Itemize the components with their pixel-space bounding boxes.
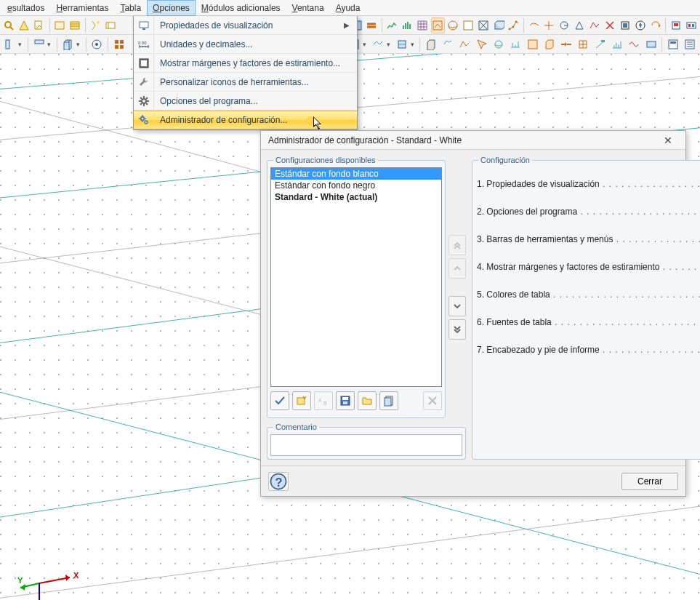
comment-input[interactable]	[270, 434, 462, 456]
toolbar-btn[interactable]	[573, 17, 587, 33]
dialog-titlebar[interactable]: Administrador de configuración - Standar…	[261, 131, 685, 150]
menu-resultados[interactable]: esultados	[1, 0, 50, 16]
toolbar-btn[interactable]	[559, 36, 574, 52]
toolbar-btn[interactable]	[31, 36, 47, 52]
delete-button[interactable]	[423, 391, 442, 410]
save-button[interactable]	[336, 391, 355, 410]
menu-item-personalizar-iconos[interactable]: Personalizar iconos de herramientas...	[134, 73, 357, 92]
close-button[interactable]: Cerrar	[621, 473, 678, 490]
toolbar-btn[interactable]	[508, 36, 523, 52]
toolbar-btn[interactable]	[665, 36, 680, 52]
move-up-button[interactable]	[448, 258, 466, 279]
toolbar-btn[interactable]	[491, 17, 505, 33]
toolbar-btn[interactable]	[588, 17, 602, 33]
toolbar-btn[interactable]	[385, 17, 399, 33]
toolbar-btn[interactable]	[88, 17, 102, 33]
toolbar-btn[interactable]	[370, 36, 385, 52]
toolbar-btn[interactable]	[627, 36, 642, 52]
rename-button[interactable]: AB	[314, 391, 333, 410]
toolbar-btn[interactable]	[507, 17, 520, 33]
toolbar-btn[interactable]	[684, 17, 698, 33]
svg-text:A: A	[318, 398, 322, 403]
toolbar-btn[interactable]	[423, 36, 438, 52]
menu-ayuda[interactable]: Ayuda	[330, 0, 366, 16]
toolbar-btn[interactable]	[68, 17, 82, 33]
dropdown-arrow-icon[interactable]: ▾	[363, 41, 370, 48]
dropdown-arrow-icon[interactable]: ▾	[18, 41, 25, 48]
toolbar-btn[interactable]	[33, 17, 47, 33]
menu-opciones[interactable]: Opciones	[147, 0, 196, 16]
toolbar-btn[interactable]	[53, 17, 67, 33]
menu-item-propiedades-visualizacion[interactable]: Propiedades de visualización ▶	[134, 16, 357, 35]
toolbar-btn[interactable]	[558, 17, 571, 33]
list-item[interactable]: Estándar con fondo negro	[271, 180, 441, 191]
toolbar-btn[interactable]	[103, 17, 117, 33]
toolbar-btn[interactable]	[592, 36, 608, 52]
toolbar-separator	[49, 18, 50, 33]
svg-rect-106	[385, 398, 391, 406]
toolbar-btn[interactable]	[401, 17, 414, 33]
toolbar-btn[interactable]	[609, 36, 624, 52]
open-button[interactable]	[358, 391, 377, 410]
toolbar-btn[interactable]	[619, 17, 632, 33]
menu-item-unidades-decimales[interactable]: 0.00 Unidades y decimales...	[134, 35, 357, 54]
toolbar-btn[interactable]	[2, 17, 16, 33]
toolbar-btn[interactable]	[111, 36, 126, 52]
toolbar-btn[interactable]	[2, 36, 17, 52]
menu-tabla[interactable]: Tabla	[114, 0, 147, 16]
toolbar-btn[interactable]	[634, 17, 648, 33]
svg-rect-5	[71, 22, 79, 29]
toolbar-btn[interactable]	[60, 36, 76, 52]
new-button[interactable]	[292, 391, 311, 410]
move-top-button[interactable]	[448, 235, 466, 255]
clipboard-button[interactable]	[379, 391, 398, 410]
svg-rect-47	[528, 40, 537, 49]
toolbar-btn[interactable]	[394, 36, 409, 52]
dropdown-arrow-icon[interactable]: ▾	[47, 41, 55, 48]
svg-point-84	[142, 99, 146, 103]
toolbar-btn[interactable]	[446, 17, 460, 33]
toolbar-btn[interactable]	[542, 17, 556, 33]
toolbar-btn[interactable]	[576, 36, 591, 52]
menu-item-opciones-programa[interactable]: Opciones del programa...	[134, 92, 357, 111]
toolbar-btn[interactable]	[89, 36, 105, 52]
toolbar-btn[interactable]	[457, 36, 472, 52]
menu-ventana[interactable]: Ventana	[286, 0, 330, 16]
menu-modulos-adicionales[interactable]: Módulos adicionales	[196, 0, 286, 16]
toolbar-separator	[108, 37, 108, 52]
toolbar-btn[interactable]	[440, 36, 455, 52]
toolbar-btn[interactable]	[365, 17, 379, 33]
toolbar-btn[interactable]	[525, 36, 540, 52]
toolbar-btn[interactable]	[542, 36, 557, 52]
dropdown-arrow-icon[interactable]: ▾	[76, 41, 84, 48]
toolbar-btn[interactable]	[431, 17, 445, 33]
toolbar-btn[interactable]	[527, 17, 541, 33]
toolbar-btn[interactable]	[474, 36, 489, 52]
toolbar-btn[interactable]	[461, 17, 475, 33]
toolbar-btn[interactable]	[603, 17, 617, 33]
help-button[interactable]: ?	[268, 472, 289, 491]
list-item[interactable]: Standard - White (actual)	[271, 191, 441, 203]
menu-herramientas[interactable]: Herramientas	[50, 0, 114, 16]
dropdown-arrow-icon[interactable]: ▾	[387, 41, 394, 48]
move-down-button[interactable]	[448, 296, 466, 316]
toolbar-btn[interactable]	[683, 36, 698, 52]
apply-button[interactable]	[270, 391, 289, 410]
move-bottom-button[interactable]	[448, 319, 466, 340]
dropdown-arrow-icon[interactable]: ▾	[411, 41, 418, 48]
toolbar-btn[interactable]	[649, 17, 663, 33]
config-row: 4. Mostrar márgenes y factores de estira…	[477, 253, 700, 281]
toolbar-btn[interactable]	[491, 36, 506, 52]
toolbar-separator	[523, 18, 524, 33]
toolbar-btn[interactable]	[416, 17, 430, 33]
toolbar-btn[interactable]	[669, 17, 683, 33]
available-configs-list[interactable]: Estándar con fondo blanco Estándar con f…	[270, 167, 442, 387]
toolbar-btn[interactable]	[643, 36, 659, 52]
svg-line-1	[10, 27, 13, 30]
menu-item-administrador-configuracion[interactable]: Administrador de configuración...	[134, 111, 357, 129]
close-icon[interactable]: ✕	[655, 133, 681, 148]
list-item[interactable]: Estándar con fondo blanco	[271, 168, 441, 180]
toolbar-btn[interactable]	[476, 17, 490, 33]
toolbar-btn[interactable]	[17, 17, 31, 33]
menu-item-margenes[interactable]: Mostrar márgenes y factores de estiramie…	[134, 54, 357, 73]
